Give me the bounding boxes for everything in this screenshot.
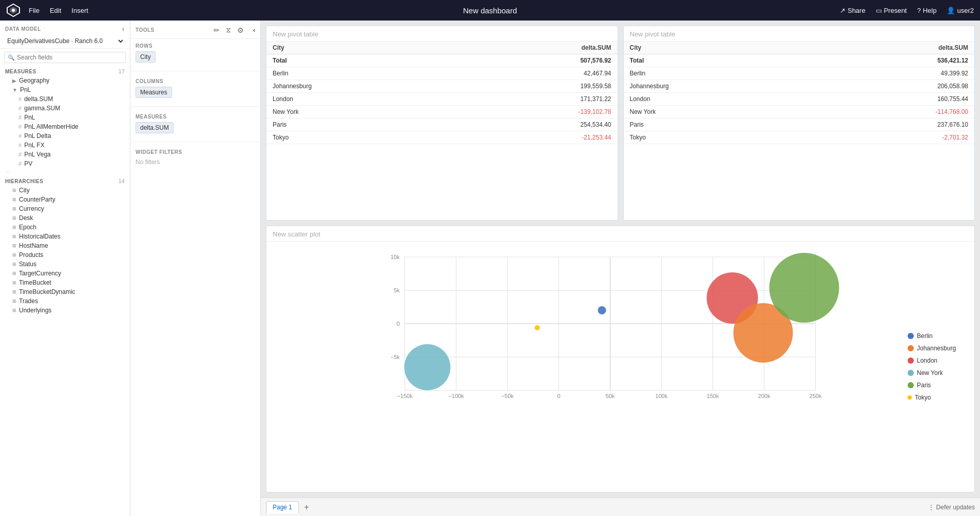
folder-geography[interactable]: ▶ Geography — [0, 76, 130, 85]
hierarchy-currency[interactable]: ⊞ Currency — [0, 204, 130, 213]
page-title: New dashboard — [463, 6, 517, 15]
hierarchy-timebucket[interactable]: ⊞ TimeBucket — [0, 278, 130, 287]
measure-pnl-allmbrhide[interactable]: # PnL AllMemberHide — [0, 122, 130, 131]
measures-pill[interactable]: delta.SUM — [136, 122, 174, 133]
defer-updates-button[interactable]: ⋮ Defer updates — [928, 504, 975, 511]
page-tab-1[interactable]: Page 1 — [266, 501, 299, 513]
search-input[interactable] — [17, 54, 122, 61]
scatter-legend: Berlin Johannesburg London New York — [902, 242, 974, 492]
folder-expand-icon: ▼ — [12, 87, 17, 93]
legend-paris: Paris — [908, 382, 969, 389]
legend-dot-johannesburg — [908, 345, 914, 351]
svg-text:0: 0 — [396, 321, 399, 327]
hierarchy-icon: ⊞ — [12, 215, 16, 221]
folder-pnl[interactable]: ▼ PnL — [0, 85, 130, 94]
bubble-newyork[interactable] — [405, 344, 451, 390]
table-row: Paris237,676.10 — [624, 118, 975, 131]
right-actions: ↗ Share ▭ Present ? Help 👤 user2 — [840, 7, 974, 14]
legend-johannesburg: Johannesburg — [908, 345, 969, 352]
measure-pnl[interactable]: # PnL — [0, 113, 130, 122]
defer-icon: ⋮ — [928, 504, 934, 511]
legend-dot-paris — [908, 382, 914, 388]
search-box[interactable]: 🔍 — [4, 52, 126, 63]
hierarchy-icon: ⊞ — [12, 299, 16, 304]
bottom-bar: Page 1 + ⋮ Defer updates — [261, 498, 980, 516]
hierarchy-targetcurrency[interactable]: ⊞ TargetCurrency — [0, 269, 130, 278]
svg-text:−150k: −150k — [397, 393, 413, 399]
nav-insert[interactable]: Insert — [71, 7, 88, 14]
present-button[interactable]: ▭ Present — [876, 7, 907, 14]
nav-file[interactable]: File — [29, 7, 40, 14]
collapse-tools-panel-button[interactable]: ‹ — [253, 27, 255, 34]
svg-text:50k: 50k — [606, 393, 615, 399]
columns-pill[interactable]: Measures — [136, 87, 172, 98]
hierarchy-hostname[interactable]: ⊞ HostName — [0, 241, 130, 250]
pt2-col-delta: delta.SUM — [810, 42, 974, 54]
main-layout: DATA MODEL ‹ EquityDerivativesCube · Ran… — [0, 21, 980, 516]
cube-selector[interactable]: EquityDerivativesCube · Ranch 6.0 — [0, 35, 130, 49]
hierarchy-historicaldates[interactable]: ⊞ HistoricalDates — [0, 232, 130, 241]
table-row: New York-114,768.00 — [624, 106, 975, 118]
share-icon: ↗ — [840, 7, 846, 14]
hierarchy-icon: ⊞ — [12, 243, 16, 248]
hierarchy-products[interactable]: ⊞ Products — [0, 250, 130, 260]
measure-pnl-delta[interactable]: # PnL Delta — [0, 131, 130, 141]
bubble-berlin[interactable] — [598, 306, 606, 314]
table-row: Johannesburg206,058.98 — [624, 80, 975, 93]
measure-icon: # — [18, 142, 22, 148]
folder-label: PnL — [20, 86, 31, 93]
measure-pv[interactable]: # PV — [0, 159, 130, 168]
legend-dot-newyork — [908, 370, 914, 376]
hierarchy-icon: ⊞ — [12, 252, 16, 257]
measure-delta-sum[interactable]: # delta.SUM — [0, 94, 130, 104]
legend-london: London — [908, 357, 969, 364]
rows-pill[interactable]: City — [136, 51, 156, 63]
pt2-col-city: City — [624, 42, 811, 54]
measure-pnl-vega[interactable]: # PnL Vega — [0, 150, 130, 159]
add-page-button[interactable]: + — [301, 502, 312, 513]
scatter-body: 10k 5k 0 −5k −150k −100k −50k 0 50k 100k… — [266, 242, 974, 492]
svg-text:−50k: −50k — [501, 393, 514, 399]
bubble-paris[interactable] — [770, 253, 839, 323]
bubble-tokyo[interactable] — [535, 325, 540, 330]
hierarchy-city[interactable]: ⊞ City — [0, 186, 130, 195]
columns-section: Columns Measures — [130, 74, 260, 103]
svg-text:−5k: −5k — [390, 354, 400, 360]
filter-icon[interactable]: ⧖ — [225, 25, 232, 35]
hierarchy-status[interactable]: ⊞ Status — [0, 260, 130, 269]
measure-icon: # — [18, 124, 22, 130]
hierarchy-trades[interactable]: ⊞ Trades — [0, 296, 130, 306]
collapse-left-panel-button[interactable]: ‹ — [122, 25, 125, 33]
hierarchy-icon: ⊞ — [12, 188, 16, 193]
scatter-chart: 10k 5k 0 −5k −150k −100k −50k 0 50k 100k… — [287, 247, 902, 401]
hierarchy-epoch[interactable]: ⊞ Epoch — [0, 223, 130, 232]
table-row: Total507,576.92 — [266, 54, 618, 67]
measure-icon: # — [18, 96, 22, 102]
edit-filter-icon[interactable]: ✏ — [213, 25, 221, 35]
measure-pnl-fx[interactable]: # PnL FX — [0, 141, 130, 150]
help-icon: ? — [917, 7, 920, 14]
nav-menu: File Edit Insert — [29, 7, 88, 14]
hierarchy-desk[interactable]: ⊞ Desk — [0, 213, 130, 223]
user-button[interactable]: 👤 user2 — [947, 7, 974, 14]
left-panel: DATA MODEL ‹ EquityDerivativesCube · Ran… — [0, 21, 130, 516]
svg-point-2 — [12, 9, 15, 12]
measure-gamma-sum[interactable]: # gamma.SUM — [0, 104, 130, 113]
main-content: New pivot table City delta.SUM Total507,… — [261, 21, 980, 516]
hierarchy-underlyings[interactable]: ⊞ Underlyings — [0, 306, 130, 315]
hierarchy-icon: ⊞ — [12, 206, 16, 211]
share-button[interactable]: ↗ Share — [840, 7, 866, 14]
help-button[interactable]: ? Help — [917, 7, 936, 14]
hierarchy-timebucketdynamic[interactable]: ⊞ TimeBucketDynamic — [0, 287, 130, 296]
legend-newyork: New York — [908, 369, 969, 376]
hierarchy-counterparty[interactable]: ⊞ CounterParty — [0, 195, 130, 204]
cube-dropdown[interactable]: EquityDerivativesCube · Ranch 6.0 — [5, 37, 125, 45]
nav-edit[interactable]: Edit — [50, 7, 61, 14]
pivot-table-1-title: New pivot table — [266, 26, 618, 42]
hierarchy-icon: ⊞ — [12, 234, 16, 239]
scatter-svg-container: 10k 5k 0 −5k −150k −100k −50k 0 50k 100k… — [266, 242, 902, 492]
folder-icon: ▶ — [12, 78, 16, 84]
settings-filter-icon[interactable]: ⚙ — [236, 25, 245, 35]
legend-tokyo: Tokyo — [908, 394, 969, 401]
measures-section-header: MEASURES 17 — [0, 66, 130, 76]
